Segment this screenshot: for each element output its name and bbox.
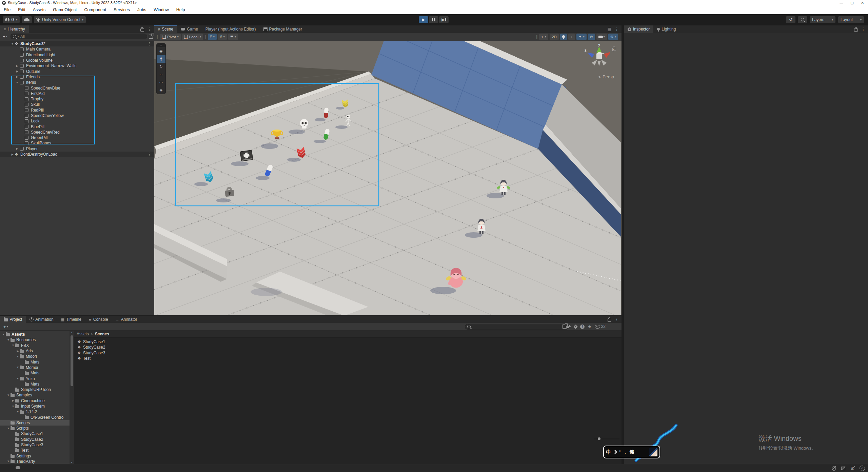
package-manager-offline-icon[interactable] (840, 465, 846, 471)
expand-arrow-icon[interactable]: ▼ (16, 410, 20, 413)
rect-tool-button[interactable]: ▭ (157, 78, 165, 86)
ime-skin-avatar[interactable] (649, 448, 657, 456)
favorites-star-icon[interactable]: ★ (588, 324, 592, 329)
ime-language-mode[interactable]: 中 (606, 449, 611, 455)
project-folder-row[interactable]: ▼ Resources (0, 337, 70, 342)
expand-arrow-icon[interactable]: ▼ (11, 344, 15, 347)
hierarchy-row[interactable]: ▶ DontDestroyOnLoad (0, 152, 154, 157)
panel-tab[interactable]: Project (0, 316, 26, 323)
hierarchy-row[interactable]: GreenPill (0, 135, 154, 140)
project-folder-row[interactable]: On-Screen Contro (0, 414, 70, 420)
project-folder-row[interactable]: Mats (0, 359, 70, 365)
ime-softkeyboard[interactable]: 键 (630, 449, 634, 455)
panel-tab[interactable]: Console (85, 316, 112, 323)
hierarchy-row[interactable]: FirstAid (0, 91, 154, 96)
lock-icon[interactable] (608, 319, 611, 322)
scene-lighting-toggle[interactable] (560, 34, 567, 40)
move-tool-button[interactable]: ╋ (157, 55, 165, 63)
hierarchy-row[interactable]: SpeedChevRed (0, 130, 154, 135)
increment-snap-dropdown[interactable]: # ▾ (218, 34, 227, 40)
layout-dropdown[interactable]: Layout ▾ (838, 16, 864, 23)
kebab-menu-icon[interactable]: ⋮ (147, 27, 152, 32)
panel-tab[interactable]: Lighting (653, 25, 679, 33)
layout-grid-icon[interactable]: ▤ (608, 27, 611, 32)
scene-viewport[interactable]: ≡ ◉ ╋ ↻ ▱ ▭ ◈ y x z (154, 41, 622, 316)
breadcrumb-current[interactable]: Scenes (95, 332, 109, 336)
menu-item[interactable]: Component (80, 5, 110, 14)
gizmo-lock-icon[interactable] (612, 48, 616, 51)
debugger-disabled-icon[interactable] (831, 465, 837, 471)
project-folder-row[interactable]: Settings (0, 453, 70, 459)
expand-arrow-icon[interactable]: ▼ (10, 42, 15, 45)
step-button[interactable]: ▶ (439, 16, 449, 23)
scene-asset-row[interactable]: StudyCase2 (77, 345, 622, 350)
expand-arrow-icon[interactable]: ▼ (6, 427, 11, 430)
rotate-tool-button[interactable]: ↻ (157, 63, 165, 71)
ime-punctuation[interactable]: ， (623, 449, 627, 455)
menu-item[interactable]: Help (173, 5, 189, 14)
global-search-button[interactable] (798, 16, 807, 23)
project-folder-row[interactable]: SimpleURPToon (0, 387, 70, 392)
account-button[interactable]: G ▾ (3, 16, 20, 23)
hierarchy-row[interactable]: Trophy (0, 96, 154, 102)
layers-dropdown[interactable]: Layers ▾ (810, 16, 835, 23)
panel-tab[interactable]: Animator (112, 316, 141, 323)
gizmos-dropdown[interactable]: ⊕ ▾ (608, 34, 618, 40)
expand-arrow-icon[interactable]: ▼ (15, 81, 19, 84)
scroll-down-icon[interactable]: ▼ (70, 461, 74, 464)
project-folder-row[interactable]: Mats (0, 370, 70, 376)
project-folder-row[interactable]: StudyCase2 (0, 437, 70, 442)
panel-tab[interactable]: Player (Input Actions Editor) (202, 25, 260, 33)
project-folder-row[interactable]: ▼ Input System (0, 404, 70, 409)
expand-arrow-icon[interactable]: ▶ (10, 153, 15, 156)
kebab-menu-icon[interactable]: ⋮ (861, 27, 865, 32)
scroll-up-icon[interactable]: ▲ (70, 331, 74, 334)
camera-settings-dropdown[interactable]: ▾ (596, 34, 607, 40)
scene-asset-row[interactable]: StudyCase1 (77, 339, 622, 345)
create-asset-button[interactable]: + ▾ (2, 324, 9, 329)
hierarchy-row[interactable]: Lock (0, 118, 154, 124)
activity-ok-icon[interactable]: ✓ (859, 465, 865, 471)
expand-arrow-icon[interactable]: ▼ (1, 333, 6, 336)
project-folder-row[interactable]: Scenes (0, 420, 70, 426)
auto-refresh-disabled-icon[interactable]: ↻ (850, 465, 856, 471)
hierarchy-row[interactable]: ▶ Player (0, 146, 154, 152)
ime-halfwidth-moon-icon[interactable] (613, 450, 617, 454)
project-folder-row[interactable]: ▼ ThirdParty (0, 459, 70, 464)
hierarchy-row[interactable]: BluePill (0, 124, 154, 129)
scene-picker-icon[interactable] (149, 35, 153, 39)
project-folder-row[interactable]: ▼ FBX (0, 343, 70, 348)
expand-arrow-icon[interactable]: ▼ (16, 377, 20, 380)
drag-handle-icon[interactable]: || (204, 35, 205, 39)
menu-item[interactable]: Assets (29, 5, 50, 14)
minimize-button[interactable]: — (840, 1, 843, 5)
expand-arrow-icon[interactable]: ▼ (11, 405, 15, 408)
project-folder-row[interactable]: StudyCase1 (0, 431, 70, 436)
project-folder-row[interactable]: StudyCase3 (0, 442, 70, 448)
thumbnail-size-slider[interactable] (594, 437, 619, 440)
expand-arrow-icon[interactable]: ▼ (6, 460, 11, 463)
expand-arrow-icon[interactable]: ▼ (16, 366, 20, 369)
tab-hierarchy[interactable]: ≡ Hierarchy (0, 25, 29, 33)
panel-tab[interactable]: Game (177, 25, 202, 33)
project-folder-row[interactable]: ▼ Yuzu (0, 376, 70, 381)
menu-item[interactable]: Edit (14, 5, 29, 14)
undo-history-button[interactable]: ↺ (786, 16, 795, 23)
project-folder-row[interactable]: ▶ Cinemachine (0, 398, 70, 404)
scene-asset-row[interactable]: Test (77, 356, 622, 361)
search-picker-icon[interactable] (563, 324, 567, 329)
expand-arrow-icon[interactable]: ▶ (11, 399, 15, 402)
snap-settings-dropdown[interactable]: ≣ ▾ (228, 34, 238, 40)
drag-handle-icon[interactable]: || (157, 35, 158, 39)
hierarchy-row[interactable]: SkullBones (0, 140, 154, 146)
project-tree-scrollbar[interactable]: ▲ ▼ (70, 331, 74, 464)
overlay-grip-icon[interactable]: ≡ (157, 43, 165, 47)
menu-item[interactable]: File (0, 5, 14, 14)
scale-tool-button[interactable]: ▱ (157, 71, 165, 78)
hierarchy-row[interactable]: RedPill (0, 107, 154, 113)
hierarchy-row[interactable]: SpeedChevYellow (0, 113, 154, 118)
close-button[interactable]: ✕ (861, 1, 864, 5)
scrollbar-thumb[interactable] (71, 335, 73, 386)
ime-toolbar[interactable]: 中 ° ， 键 (603, 446, 660, 458)
pivot-dropdown[interactable]: Pivot ▾ (160, 34, 181, 40)
